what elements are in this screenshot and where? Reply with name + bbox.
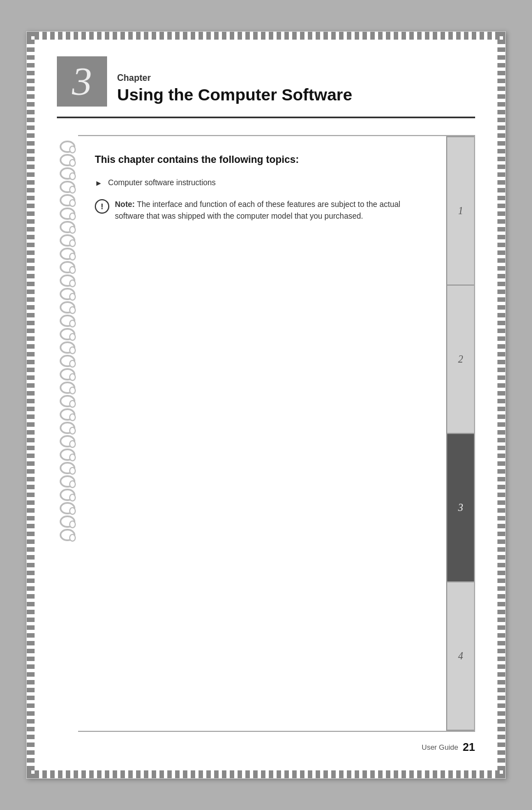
spiral-ring: [60, 408, 75, 421]
spiral-ring: [60, 529, 75, 541]
tab-label-2: 2: [458, 354, 463, 365]
notebook-content: This chapter contains the following topi…: [95, 153, 429, 222]
spiral-ring: [60, 288, 75, 300]
spiral-ring: [60, 502, 75, 514]
spiral-ring: [60, 328, 75, 340]
spiral-ring: [60, 462, 75, 474]
chapter-word: Chapter: [117, 73, 352, 83]
spiral-ring: [60, 181, 75, 193]
spiral-ring: [60, 489, 75, 501]
spiral-ring: [60, 515, 75, 528]
dashed-border-bottom: [27, 770, 505, 778]
spiral-ring: [60, 234, 75, 247]
dashed-border-right: [497, 32, 505, 778]
tab-label-1: 1: [458, 205, 463, 217]
spiral-ring: [60, 422, 75, 434]
page: 3 Chapter Using the Computer Software: [26, 31, 506, 779]
dashed-border-top: [27, 32, 505, 40]
note-item: ! Note: The interface and function of ea…: [95, 199, 424, 222]
spiral-ring: [60, 208, 75, 220]
chapter-tab-4[interactable]: 4: [446, 582, 474, 731]
chapter-number-block: 3: [57, 56, 107, 107]
spiral-ring: [60, 341, 75, 354]
spiral-ring: [60, 301, 75, 314]
notebook-area: This chapter contains the following topi…: [57, 135, 475, 732]
spiral-ring: [60, 435, 75, 447]
spiral-ring: [60, 154, 75, 166]
chapter-label-title: Chapter Using the Computer Software: [117, 73, 352, 107]
note-icon: !: [95, 199, 109, 214]
footer-page-number: 21: [463, 741, 475, 754]
note-text: Note: The interface and function of each…: [115, 199, 424, 222]
header-divider: [57, 117, 475, 118]
chapter-header: 3 Chapter Using the Computer Software: [57, 56, 475, 107]
spiral-ring: [60, 141, 75, 153]
chapter-tab-2[interactable]: 2: [446, 286, 474, 434]
dashed-border-left: [27, 32, 35, 778]
footer-guide-label: User Guide: [422, 743, 458, 751]
spiral-ring: [60, 355, 75, 367]
spiral-ring: [60, 382, 75, 394]
page-content: 3 Chapter Using the Computer Software: [35, 40, 497, 770]
spiral-ring: [60, 167, 75, 180]
spiral-ring: [60, 261, 75, 273]
tab-label-3: 3: [458, 502, 463, 514]
spiral-ring: [60, 315, 75, 327]
spiral-ring: [60, 475, 75, 488]
chapter-tabs: 1 2 3 4: [446, 136, 474, 731]
intro-heading: This chapter contains the following topi…: [95, 153, 424, 167]
chapter-title: Using the Computer Software: [117, 85, 352, 104]
note-icon-symbol: !: [101, 200, 104, 213]
chapter-tab-1[interactable]: 1: [446, 136, 474, 286]
chapter-number: 3: [72, 61, 92, 102]
spiral-ring: [60, 194, 75, 206]
spiral-ring: [60, 395, 75, 407]
tab-label-4: 4: [458, 650, 463, 662]
topic-item: ► Computer software instructions: [95, 178, 424, 187]
spiral-ring: [60, 248, 75, 260]
spiral-ring: [60, 274, 75, 287]
topic-text: Computer software instructions: [108, 178, 216, 187]
topic-arrow-icon: ►: [95, 179, 103, 187]
spiral-ring: [60, 221, 75, 233]
chapter-tab-3[interactable]: 3: [446, 434, 474, 582]
spiral-ring: [60, 449, 75, 461]
spiral-ring: [60, 368, 75, 380]
page-footer: User Guide 21: [57, 732, 475, 754]
spiral-binding: [57, 135, 78, 732]
notebook-box: This chapter contains the following topi…: [78, 135, 475, 732]
